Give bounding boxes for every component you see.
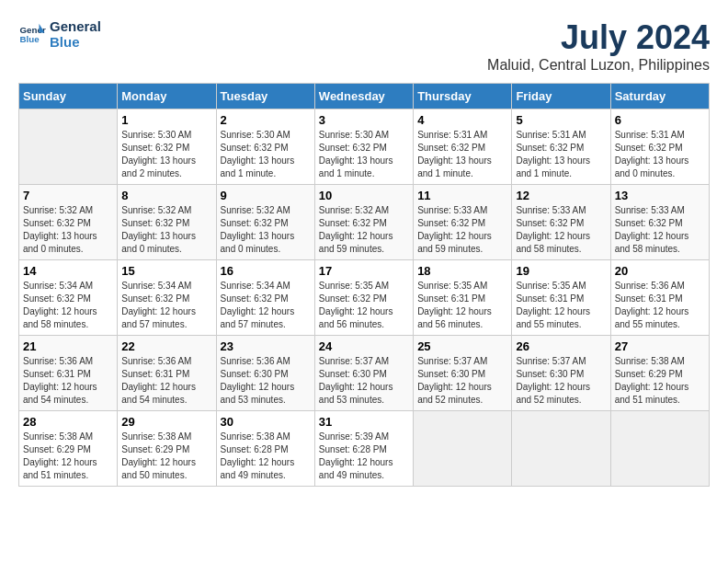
day-number: 10 <box>319 189 409 202</box>
day-number: 4 <box>417 113 507 127</box>
day-info: Sunrise: 5:37 AM Sunset: 6:30 PM Dayligh… <box>516 355 606 407</box>
day-info: Sunrise: 5:38 AM Sunset: 6:28 PM Dayligh… <box>221 431 311 482</box>
day-number: 11 <box>417 189 507 202</box>
day-number: 30 <box>221 415 311 429</box>
calendar-cell: 21Sunrise: 5:36 AM Sunset: 6:31 PM Dayli… <box>19 336 118 411</box>
calendar-cell: 22Sunrise: 5:36 AM Sunset: 6:31 PM Dayli… <box>118 336 216 411</box>
day-info: Sunrise: 5:38 AM Sunset: 6:29 PM Dayligh… <box>121 431 211 482</box>
day-number: 1 <box>121 113 211 127</box>
day-number: 15 <box>121 264 211 278</box>
day-info: Sunrise: 5:37 AM Sunset: 6:30 PM Dayligh… <box>417 355 507 407</box>
header-tuesday: Tuesday <box>216 84 314 109</box>
calendar-cell: 11Sunrise: 5:33 AM Sunset: 6:32 PM Dayli… <box>414 185 512 260</box>
day-number: 21 <box>23 339 113 353</box>
calendar-cell: 15Sunrise: 5:34 AM Sunset: 6:32 PM Dayli… <box>118 260 216 336</box>
day-info: Sunrise: 5:37 AM Sunset: 6:30 PM Dayligh… <box>319 355 409 407</box>
calendar-week-4: 21Sunrise: 5:36 AM Sunset: 6:31 PM Dayli… <box>19 336 710 411</box>
calendar-cell: 20Sunrise: 5:36 AM Sunset: 6:31 PM Dayli… <box>610 260 709 336</box>
day-number: 23 <box>221 339 311 353</box>
day-info: Sunrise: 5:35 AM Sunset: 6:32 PM Dayligh… <box>319 280 409 331</box>
calendar-week-5: 28Sunrise: 5:38 AM Sunset: 6:29 PM Dayli… <box>19 411 710 487</box>
day-info: Sunrise: 5:33 AM Sunset: 6:32 PM Dayligh… <box>615 204 705 256</box>
calendar-cell: 2Sunrise: 5:30 AM Sunset: 6:32 PM Daylig… <box>216 109 314 185</box>
day-number: 27 <box>615 339 705 353</box>
day-info: Sunrise: 5:30 AM Sunset: 6:32 PM Dayligh… <box>121 129 211 180</box>
day-number: 28 <box>23 415 113 429</box>
calendar-cell: 17Sunrise: 5:35 AM Sunset: 6:32 PM Dayli… <box>314 260 413 336</box>
day-info: Sunrise: 5:32 AM Sunset: 6:32 PM Dayligh… <box>23 204 113 256</box>
day-number: 24 <box>319 339 409 353</box>
calendar-cell: 30Sunrise: 5:38 AM Sunset: 6:28 PM Dayli… <box>216 411 314 487</box>
calendar-cell: 12Sunrise: 5:33 AM Sunset: 6:32 PM Dayli… <box>512 185 610 260</box>
day-info: Sunrise: 5:36 AM Sunset: 6:31 PM Dayligh… <box>615 280 705 331</box>
calendar-cell: 9Sunrise: 5:32 AM Sunset: 6:32 PM Daylig… <box>216 185 314 260</box>
day-info: Sunrise: 5:34 AM Sunset: 6:32 PM Dayligh… <box>23 280 113 331</box>
calendar-cell: 28Sunrise: 5:38 AM Sunset: 6:29 PM Dayli… <box>19 411 118 487</box>
calendar-cell: 3Sunrise: 5:30 AM Sunset: 6:32 PM Daylig… <box>314 109 413 185</box>
calendar-cell: 8Sunrise: 5:32 AM Sunset: 6:32 PM Daylig… <box>118 185 216 260</box>
calendar-cell: 29Sunrise: 5:38 AM Sunset: 6:29 PM Dayli… <box>118 411 216 487</box>
day-info: Sunrise: 5:34 AM Sunset: 6:32 PM Dayligh… <box>121 280 211 331</box>
day-number: 6 <box>615 113 705 127</box>
day-number: 19 <box>516 264 606 278</box>
calendar-cell: 13Sunrise: 5:33 AM Sunset: 6:32 PM Dayli… <box>610 185 709 260</box>
calendar-cell: 18Sunrise: 5:35 AM Sunset: 6:31 PM Dayli… <box>414 260 512 336</box>
day-info: Sunrise: 5:36 AM Sunset: 6:30 PM Dayligh… <box>221 355 311 407</box>
calendar-cell: 19Sunrise: 5:35 AM Sunset: 6:31 PM Dayli… <box>512 260 610 336</box>
day-number: 8 <box>121 189 211 202</box>
calendar-cell: 6Sunrise: 5:31 AM Sunset: 6:32 PM Daylig… <box>610 109 709 185</box>
day-number: 3 <box>319 113 409 127</box>
calendar-cell: 25Sunrise: 5:37 AM Sunset: 6:30 PM Dayli… <box>414 336 512 411</box>
day-info: Sunrise: 5:33 AM Sunset: 6:32 PM Dayligh… <box>417 204 507 256</box>
calendar-cell: 4Sunrise: 5:31 AM Sunset: 6:32 PM Daylig… <box>414 109 512 185</box>
day-info: Sunrise: 5:31 AM Sunset: 6:32 PM Dayligh… <box>615 129 705 180</box>
day-number: 13 <box>615 189 705 202</box>
day-number: 25 <box>417 339 507 353</box>
calendar-cell: 7Sunrise: 5:32 AM Sunset: 6:32 PM Daylig… <box>19 185 118 260</box>
calendar-cell: 14Sunrise: 5:34 AM Sunset: 6:32 PM Dayli… <box>19 260 118 336</box>
day-number: 16 <box>221 264 311 278</box>
day-info: Sunrise: 5:32 AM Sunset: 6:32 PM Dayligh… <box>121 204 211 256</box>
day-info: Sunrise: 5:32 AM Sunset: 6:32 PM Dayligh… <box>221 204 311 256</box>
day-info: Sunrise: 5:34 AM Sunset: 6:32 PM Dayligh… <box>221 280 311 331</box>
day-info: Sunrise: 5:31 AM Sunset: 6:32 PM Dayligh… <box>516 129 606 180</box>
subtitle: Maluid, Central Luzon, Philippines <box>487 57 710 74</box>
day-info: Sunrise: 5:35 AM Sunset: 6:31 PM Dayligh… <box>417 280 507 331</box>
logo: General Blue General Blue <box>18 18 101 50</box>
page-header: General Blue General Blue July 2024 Malu… <box>18 18 710 74</box>
header-thursday: Thursday <box>414 84 512 109</box>
calendar-cell <box>610 411 709 487</box>
day-info: Sunrise: 5:33 AM Sunset: 6:32 PM Dayligh… <box>516 204 606 256</box>
calendar-cell: 31Sunrise: 5:39 AM Sunset: 6:28 PM Dayli… <box>314 411 413 487</box>
day-number: 2 <box>221 113 311 127</box>
calendar-cell <box>512 411 610 487</box>
calendar-table: SundayMondayTuesdayWednesdayThursdayFrid… <box>18 83 710 487</box>
day-number: 20 <box>615 264 705 278</box>
day-info: Sunrise: 5:31 AM Sunset: 6:32 PM Dayligh… <box>417 129 507 180</box>
calendar-cell <box>19 109 118 185</box>
day-info: Sunrise: 5:38 AM Sunset: 6:29 PM Dayligh… <box>615 355 705 407</box>
calendar-cell: 10Sunrise: 5:32 AM Sunset: 6:32 PM Dayli… <box>314 185 413 260</box>
calendar-cell: 27Sunrise: 5:38 AM Sunset: 6:29 PM Dayli… <box>610 336 709 411</box>
day-number: 29 <box>121 415 211 429</box>
day-info: Sunrise: 5:36 AM Sunset: 6:31 PM Dayligh… <box>23 355 113 407</box>
calendar-cell: 1Sunrise: 5:30 AM Sunset: 6:32 PM Daylig… <box>118 109 216 185</box>
day-info: Sunrise: 5:30 AM Sunset: 6:32 PM Dayligh… <box>319 129 409 180</box>
day-number: 12 <box>516 189 606 202</box>
day-number: 14 <box>23 264 113 278</box>
header-saturday: Saturday <box>610 84 709 109</box>
logo-line2: Blue <box>50 34 101 50</box>
calendar-cell: 24Sunrise: 5:37 AM Sunset: 6:30 PM Dayli… <box>314 336 413 411</box>
calendar-cell <box>414 411 512 487</box>
main-title: July 2024 <box>487 18 710 57</box>
calendar-week-1: 1Sunrise: 5:30 AM Sunset: 6:32 PM Daylig… <box>19 109 710 185</box>
day-number: 26 <box>516 339 606 353</box>
header-wednesday: Wednesday <box>314 84 413 109</box>
header-monday: Monday <box>118 84 216 109</box>
calendar-header-row: SundayMondayTuesdayWednesdayThursdayFrid… <box>19 84 710 109</box>
day-info: Sunrise: 5:32 AM Sunset: 6:32 PM Dayligh… <box>319 204 409 256</box>
day-info: Sunrise: 5:35 AM Sunset: 6:31 PM Dayligh… <box>516 280 606 331</box>
calendar-week-3: 14Sunrise: 5:34 AM Sunset: 6:32 PM Dayli… <box>19 260 710 336</box>
logo-line1: General <box>50 18 101 34</box>
day-number: 31 <box>319 415 409 429</box>
